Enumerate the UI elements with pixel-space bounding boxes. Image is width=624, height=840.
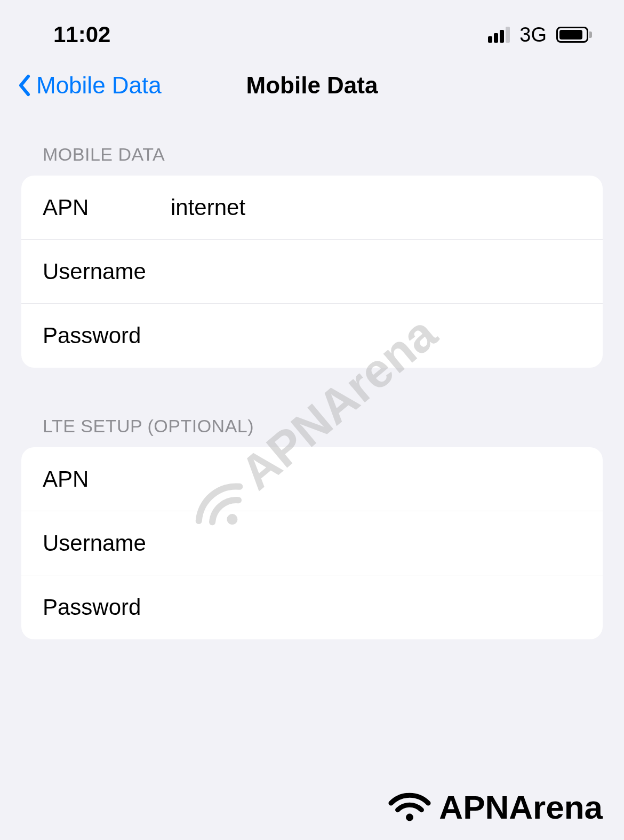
password-row[interactable]: Password [21,304,603,368]
lte-username-row[interactable]: Username [21,511,603,575]
status-indicators: 3G [488,23,592,46]
back-button[interactable]: Mobile Data [16,72,162,99]
lte-setup-group: APN Username Password [21,447,603,639]
content: MOBILE DATA APN Username Password LTE SE… [0,112,624,639]
section-header-mobile-data: MOBILE DATA [21,144,603,176]
apn-row[interactable]: APN [21,176,603,240]
bottom-logo: APNArena [386,784,603,829]
chevron-left-icon [16,72,32,99]
username-input[interactable] [171,259,581,284]
battery-icon [556,27,592,43]
lte-apn-input[interactable] [171,466,581,492]
lte-apn-label: APN [43,466,171,492]
password-label: Password [43,323,171,348]
back-label: Mobile Data [36,72,162,99]
username-label: Username [43,259,171,284]
signal-icon [488,27,510,43]
wifi-icon [386,784,434,829]
username-row[interactable]: Username [21,240,603,304]
lte-password-input[interactable] [171,595,581,620]
lte-password-row[interactable]: Password [21,575,603,639]
apn-input[interactable] [171,195,581,220]
lte-apn-row[interactable]: APN [21,447,603,511]
status-bar: 11:02 3G [0,0,624,59]
network-type: 3G [519,23,547,46]
lte-username-label: Username [43,530,171,556]
page-title: Mobile Data [246,72,378,99]
mobile-data-group: APN Username Password [21,176,603,368]
password-input[interactable] [171,323,581,348]
svg-point-1 [406,814,413,821]
bottom-logo-text: APNArena [439,788,603,826]
status-time: 11:02 [53,22,110,47]
section-header-lte: LTE SETUP (OPTIONAL) [21,416,603,447]
lte-password-label: Password [43,595,171,620]
lte-username-input[interactable] [171,530,581,556]
nav-bar: Mobile Data Mobile Data [0,59,624,112]
apn-label: APN [43,195,171,220]
